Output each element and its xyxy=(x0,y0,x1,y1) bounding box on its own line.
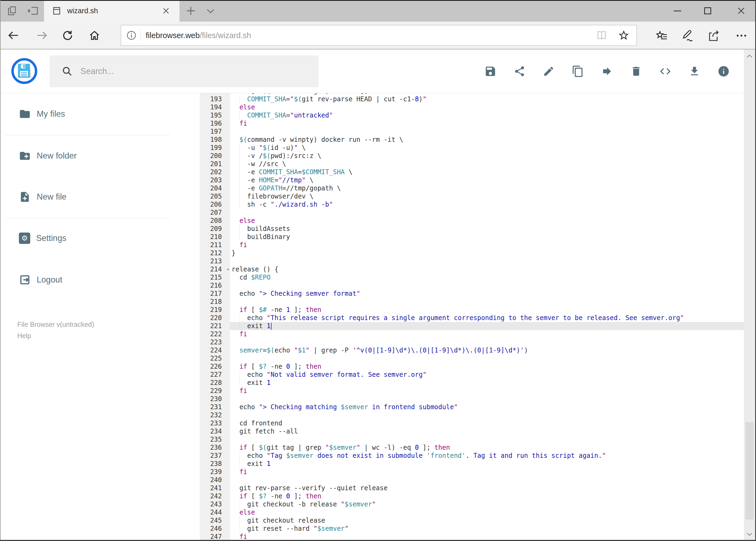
code-line[interactable]: fi xyxy=(230,330,744,338)
code-line[interactable]: git reset --hard "$semver" xyxy=(230,525,744,533)
sidebar-item-settings[interactable]: ⚙ Settings xyxy=(19,233,66,244)
code-line[interactable]: else xyxy=(230,217,744,225)
share-button[interactable] xyxy=(513,65,526,78)
window-minimize-button[interactable] xyxy=(668,0,687,22)
refresh-button[interactable] xyxy=(62,29,74,41)
sidebar-item-new-folder[interactable]: New folder xyxy=(19,150,77,162)
code-line[interactable]: if [ "$(command -v git)" != "" ]; then xyxy=(230,93,744,95)
add-favorite-star-icon[interactable] xyxy=(618,30,630,41)
code-line[interactable]: cd $REPO xyxy=(230,273,744,281)
scroll-down-icon[interactable] xyxy=(746,531,753,538)
code-line[interactable]: -e COMMIT_SHA=$COMMIT_SHA \ xyxy=(230,168,744,176)
code-line[interactable] xyxy=(230,476,744,484)
reading-view-icon[interactable] xyxy=(596,30,607,41)
code-line[interactable]: -v /$(pwd):/src:z \ xyxy=(230,152,744,160)
delete-button[interactable] xyxy=(630,65,642,78)
code-line[interactable]: cd frontend xyxy=(230,419,744,427)
code-line[interactable]: exit 1 xyxy=(230,460,744,468)
site-info-icon[interactable] xyxy=(126,30,137,41)
favorites-hub-icon[interactable] xyxy=(655,29,668,42)
code-line[interactable]: filebrowser/dev \ xyxy=(230,192,744,201)
browser-tab[interactable]: wizard.sh xyxy=(44,0,179,22)
code-line[interactable] xyxy=(230,281,744,289)
home-button[interactable] xyxy=(89,29,101,41)
search-bar[interactable] xyxy=(50,55,319,87)
code-line[interactable] xyxy=(230,297,744,306)
code-line[interactable]: buildBinary xyxy=(230,233,744,241)
move-button[interactable] xyxy=(601,65,614,78)
code-line[interactable] xyxy=(230,209,744,217)
code-line[interactable]: else xyxy=(230,103,744,111)
set-aside-tabs-icon[interactable] xyxy=(27,5,39,17)
code-line[interactable]: COMMIT_SHA="untracked" xyxy=(230,111,744,119)
code-line[interactable]: fi xyxy=(230,533,744,541)
code-line[interactable]: COMMIT_SHA="$(git rev-parse HEAD | cut -… xyxy=(230,95,744,103)
code-line[interactable]: fi xyxy=(230,241,744,249)
back-button[interactable] xyxy=(8,29,19,41)
url-text[interactable]: filebrowser.web/files/wizard.sh xyxy=(146,31,251,40)
code-line[interactable]: } xyxy=(230,249,744,257)
search-input[interactable] xyxy=(80,66,290,76)
code-line[interactable] xyxy=(230,435,744,443)
editor-code-area[interactable]: if [ "$(command -v git)" != "" ]; thenCO… xyxy=(230,93,744,541)
sidebar-item-new-file[interactable]: New file xyxy=(19,191,66,203)
page-scrollbar[interactable] xyxy=(744,49,755,541)
code-line[interactable]: -u "$(id -u)" \ xyxy=(230,144,744,152)
code-line[interactable]: git checkout -b release "$semver" xyxy=(230,500,744,508)
share-page-icon[interactable] xyxy=(707,29,720,42)
code-line[interactable]: echo "This release script requires a sin… xyxy=(230,314,744,322)
code-line[interactable]: echo "Not valid semver format. See semve… xyxy=(230,370,744,379)
filebrowser-logo[interactable] xyxy=(11,58,37,84)
edit-button[interactable] xyxy=(542,65,555,78)
forward-button[interactable] xyxy=(36,29,48,41)
code-line[interactable]: sh -c "./wizard.sh -b" xyxy=(230,201,744,209)
code-line[interactable]: echo "Tag $semver does not exist in subm… xyxy=(230,452,744,460)
code-line[interactable]: exit 1 xyxy=(230,322,744,330)
new-tab-button[interactable] xyxy=(185,5,197,17)
address-bar[interactable]: filebrowser.web/files/wizard.sh xyxy=(121,25,637,46)
code-line[interactable]: git fetch --all xyxy=(230,427,744,435)
code-line[interactable] xyxy=(230,354,744,362)
code-line[interactable]: -e HOME="//tmp" \ xyxy=(230,176,744,184)
code-line[interactable]: semver=$(echo "$1" | grep -P '^v(0|[1-9]… xyxy=(230,346,744,354)
code-line[interactable]: if [ $? -ne 0 ]; then xyxy=(230,362,744,370)
code-line[interactable]: -e GOPATH=//tmp/gopath \ xyxy=(230,184,744,192)
help-link[interactable]: Help xyxy=(17,330,94,341)
code-line[interactable]: $(command -v winpty) docker run --rm -it… xyxy=(230,136,744,144)
code-line[interactable]: echo "> Checking matching $semver in fro… xyxy=(230,403,744,411)
code-line[interactable]: fi xyxy=(230,468,744,476)
copy-button[interactable] xyxy=(571,65,584,78)
code-line[interactable] xyxy=(230,257,744,265)
fold-arrow-icon[interactable]: ▾ xyxy=(227,265,229,273)
code-line[interactable]: fi xyxy=(230,119,744,128)
save-button[interactable] xyxy=(484,65,497,78)
code-line[interactable]: git checkout release xyxy=(230,516,744,525)
tab-close-icon[interactable] xyxy=(162,6,170,15)
settings-more-icon[interactable] xyxy=(735,29,748,42)
code-line[interactable] xyxy=(230,338,744,346)
scrollbar-thumb[interactable] xyxy=(745,422,754,519)
code-line[interactable] xyxy=(230,411,744,419)
window-maximize-button[interactable] xyxy=(698,0,717,22)
code-line[interactable]: git rev-parse --verify --quiet release xyxy=(230,484,744,492)
code-line[interactable]: if [ $(git tag | grep "$semver" | wc -l)… xyxy=(230,443,744,452)
scroll-up-icon[interactable] xyxy=(746,53,753,60)
code-line[interactable]: if [ $? -ne 0 ]; then xyxy=(230,492,744,500)
window-close-button[interactable] xyxy=(731,0,751,22)
code-line[interactable]: release () { xyxy=(230,265,744,273)
code-line[interactable]: -w //src \ xyxy=(230,160,744,168)
code-line[interactable]: if [ $# -ne 1 ]; then xyxy=(230,306,744,314)
sidebar-item-my-files[interactable]: My files xyxy=(19,108,65,120)
tab-list-chevron-icon[interactable] xyxy=(206,7,215,15)
code-editor[interactable]: 1921931941951961971981992002012022032042… xyxy=(200,93,744,541)
code-line[interactable] xyxy=(230,128,744,136)
code-line[interactable]: fi xyxy=(230,387,744,395)
code-line[interactable] xyxy=(230,395,744,403)
info-button[interactable] xyxy=(717,65,730,78)
code-line[interactable]: else xyxy=(230,508,744,516)
tab-preview-icon[interactable] xyxy=(7,5,19,17)
code-view-button[interactable] xyxy=(659,65,672,78)
annotate-pen-icon[interactable] xyxy=(681,29,694,42)
download-button[interactable] xyxy=(688,65,701,78)
code-line[interactable]: exit 1 xyxy=(230,379,744,387)
